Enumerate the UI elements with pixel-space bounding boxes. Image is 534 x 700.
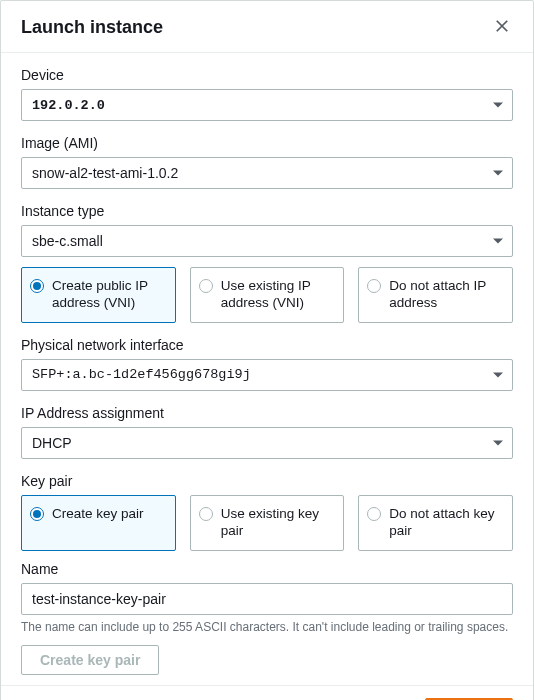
- create-keypair-label: Create key pair: [40, 652, 140, 668]
- physical-interface-label: Physical network interface: [21, 337, 513, 353]
- ip-option-label: Do not attach IP address: [389, 278, 502, 312]
- close-button[interactable]: [491, 15, 513, 40]
- device-value: 192.0.2.0: [32, 98, 105, 113]
- device-label: Device: [21, 67, 513, 83]
- radio-icon: [30, 507, 44, 521]
- caret-down-icon: [492, 99, 504, 111]
- caret-down-icon: [492, 235, 504, 247]
- keypair-option-label: Create key pair: [52, 506, 144, 523]
- key-pair-field: Key pair Create key pair Use existing ke…: [21, 473, 513, 551]
- caret-down-icon: [492, 167, 504, 179]
- ip-assignment-value: DHCP: [32, 435, 72, 451]
- ip-option-label: Create public IP address (VNI): [52, 278, 165, 312]
- create-keypair-button[interactable]: Create key pair: [21, 645, 159, 675]
- keypair-name-input[interactable]: [21, 583, 513, 615]
- ip-assignment-label: IP Address assignment: [21, 405, 513, 421]
- keypair-name-hint: The name can include up to 255 ASCII cha…: [21, 619, 513, 635]
- ip-option-none[interactable]: Do not attach IP address: [358, 267, 513, 323]
- device-select[interactable]: 192.0.2.0: [21, 89, 513, 121]
- physical-interface-value: SFP+:a.bc-1d2ef456gg678gi9j: [32, 367, 251, 382]
- keypair-name-field: Name The name can include up to 255 ASCI…: [21, 561, 513, 635]
- launch-instance-dialog: Launch instance Device 192.0.2.0 Image (…: [0, 0, 534, 700]
- ip-assignment-field: IP Address assignment DHCP: [21, 405, 513, 459]
- dialog-footer: Cancel Launch: [1, 685, 533, 700]
- dialog-title: Launch instance: [21, 17, 163, 38]
- image-field: Image (AMI) snow-al2-test-ami-1.0.2: [21, 135, 513, 189]
- image-select[interactable]: snow-al2-test-ami-1.0.2: [21, 157, 513, 189]
- image-value: snow-al2-test-ami-1.0.2: [32, 165, 178, 181]
- ip-option-existing[interactable]: Use existing IP address (VNI): [190, 267, 345, 323]
- radio-icon: [367, 507, 381, 521]
- instance-type-value: sbe-c.small: [32, 233, 103, 249]
- ip-option-label: Use existing IP address (VNI): [221, 278, 334, 312]
- radio-icon: [199, 507, 213, 521]
- keypair-name-label: Name: [21, 561, 513, 577]
- instance-type-select[interactable]: sbe-c.small: [21, 225, 513, 257]
- keypair-option-create[interactable]: Create key pair: [21, 495, 176, 551]
- image-label: Image (AMI): [21, 135, 513, 151]
- ip-assignment-select[interactable]: DHCP: [21, 427, 513, 459]
- key-pair-label: Key pair: [21, 473, 513, 489]
- physical-interface-field: Physical network interface SFP+:a.bc-1d2…: [21, 337, 513, 391]
- caret-down-icon: [492, 369, 504, 381]
- close-icon: [495, 19, 509, 36]
- keypair-option-label: Do not attach key pair: [389, 506, 502, 540]
- ip-option-create[interactable]: Create public IP address (VNI): [21, 267, 176, 323]
- keypair-option-existing[interactable]: Use existing key pair: [190, 495, 345, 551]
- dialog-header: Launch instance: [1, 1, 533, 53]
- device-field: Device 192.0.2.0: [21, 67, 513, 121]
- instance-type-label: Instance type: [21, 203, 513, 219]
- ip-attachment-options: Create public IP address (VNI) Use exist…: [21, 267, 513, 323]
- radio-icon: [199, 279, 213, 293]
- keypair-option-label: Use existing key pair: [221, 506, 334, 540]
- radio-icon: [367, 279, 381, 293]
- instance-type-field: Instance type sbe-c.small: [21, 203, 513, 257]
- radio-icon: [30, 279, 44, 293]
- caret-down-icon: [492, 437, 504, 449]
- physical-interface-select[interactable]: SFP+:a.bc-1d2ef456gg678gi9j: [21, 359, 513, 391]
- dialog-body: Device 192.0.2.0 Image (AMI) snow-al2-te…: [1, 53, 533, 685]
- keypair-option-none[interactable]: Do not attach key pair: [358, 495, 513, 551]
